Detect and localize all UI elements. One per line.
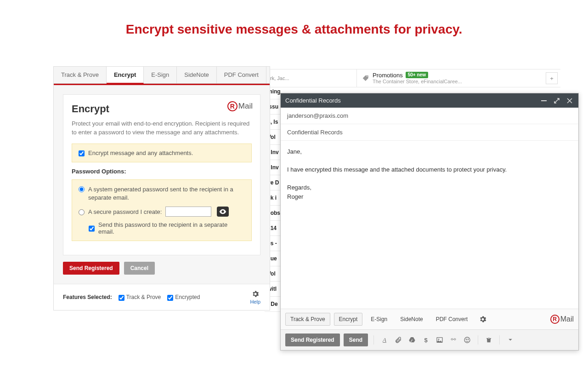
tab-sidenote[interactable]: SideNote <box>177 67 216 83</box>
dollar-icon: $ <box>424 337 427 344</box>
add-category-button[interactable]: + <box>546 72 558 84</box>
toolbar-esign[interactable]: E-Sign <box>366 313 392 325</box>
feature-encrypted: Encrypted <box>167 294 200 301</box>
minimize-button[interactable] <box>540 98 548 104</box>
feature-encrypted-checkbox[interactable] <box>167 295 173 301</box>
divider <box>478 335 478 345</box>
emoji-button[interactable] <box>462 335 472 345</box>
divider <box>373 335 374 345</box>
encrypt-card: R Mail Encrypt Protect your email with e… <box>63 94 260 255</box>
rmail-r-icon-small: R <box>550 315 560 324</box>
password-option-custom[interactable]: A secure password I create: <box>79 207 245 217</box>
gear-icon <box>251 290 260 298</box>
encrypt-option-box: Encrypt message and any attachments. <box>72 144 252 162</box>
to-field[interactable]: janderson@praxis.com <box>281 108 578 124</box>
panel-title: Encrypt <box>72 103 252 115</box>
photo-button[interactable] <box>435 335 445 345</box>
toolbar-track-prove[interactable]: Track & Prove <box>285 313 330 326</box>
rmail-r-icon: R <box>227 101 237 111</box>
body-greeting: Jane, <box>287 147 572 156</box>
inbox-category-bar: work, Jac... Promotions 50+ new The Cont… <box>260 69 560 87</box>
compose-titlebar[interactable]: Confidential Records <box>281 93 578 108</box>
help-label: Help <box>250 299 260 305</box>
svg-point-6 <box>468 339 468 339</box>
category-promotions[interactable]: Promotions 50+ new The Container Store, … <box>356 69 546 87</box>
encrypt-checkbox[interactable] <box>79 150 85 156</box>
expand-icon <box>554 98 560 104</box>
format-icon: A <box>383 336 386 344</box>
help-button[interactable]: Help <box>250 290 260 305</box>
divider <box>499 335 500 345</box>
features-selected-bar: Features Selected: Track & Prove Encrypt… <box>54 284 270 310</box>
radio-system-password[interactable] <box>79 186 85 192</box>
link-icon <box>449 337 458 343</box>
compose-send-bar: Send Registered Send A $ <box>281 329 578 350</box>
drive-button[interactable] <box>407 335 417 345</box>
send-password-checkbox[interactable] <box>89 222 95 235</box>
minimize-icon <box>541 100 547 101</box>
toolbar-sidenote[interactable]: SideNote <box>396 313 427 325</box>
svg-rect-1 <box>541 100 547 101</box>
panel-tabs: Track & Prove Encrypt E-Sign SideNote PD… <box>54 67 270 84</box>
category-social-partial: work, Jac... <box>260 75 356 81</box>
tab-encrypt[interactable]: Encrypt <box>107 67 144 84</box>
more-options-button[interactable] <box>505 335 515 345</box>
rmail-text-small: Mail <box>560 315 574 323</box>
show-password-button[interactable] <box>217 207 229 217</box>
trash-icon <box>486 336 492 344</box>
emoji-icon <box>464 336 471 344</box>
password-option-system[interactable]: A system generated password sent to the … <box>79 185 245 202</box>
tag-icon <box>362 75 369 82</box>
paperclip-icon <box>395 336 402 344</box>
svg-point-5 <box>466 339 466 339</box>
toolbar-encrypt[interactable]: Encrypt <box>334 313 363 326</box>
radio-custom-password[interactable] <box>79 209 85 215</box>
discard-button[interactable] <box>484 335 494 345</box>
feature-track-checkbox[interactable] <box>119 295 124 301</box>
send-password-separate-row[interactable]: Send this password to the recipient in a… <box>89 221 245 235</box>
send-registered-button-compose[interactable]: Send Registered <box>285 334 340 346</box>
rmail-logo-small: R Mail <box>550 315 574 324</box>
feature-encrypted-label: Encrypted <box>175 294 200 300</box>
cancel-button[interactable]: Cancel <box>124 262 155 275</box>
drive-icon <box>408 336 416 344</box>
formatting-button[interactable]: A <box>379 335 390 345</box>
close-button[interactable] <box>565 98 574 104</box>
body-signature: Roger <box>287 192 572 201</box>
features-label: Features Selected: <box>63 294 112 300</box>
image-icon <box>436 336 443 344</box>
rmail-logo-text: Mail <box>238 102 253 111</box>
page-headline: Encrypt sensitive messages & attachments… <box>0 22 588 37</box>
send-button[interactable]: Send <box>344 334 368 346</box>
encrypt-checkbox-label: Encrypt message and any attachments. <box>88 150 193 156</box>
rmail-options-panel: Track & Prove Encrypt E-Sign SideNote PD… <box>53 66 270 310</box>
eye-icon <box>219 209 226 214</box>
send-password-label: Send this password to the recipient in a… <box>98 221 245 235</box>
toolbar-gear-icon[interactable] <box>479 315 487 323</box>
money-button[interactable]: $ <box>421 335 431 345</box>
radio-system-label: A system generated password sent to the … <box>88 185 245 202</box>
link-button[interactable] <box>448 335 458 345</box>
attach-button[interactable] <box>393 335 403 345</box>
svg-point-0 <box>367 76 368 77</box>
body-regards: Regards, <box>287 183 572 192</box>
svg-point-4 <box>464 337 470 343</box>
subject-field[interactable]: Confidential Records <box>281 124 578 141</box>
tab-esign[interactable]: E-Sign <box>144 67 177 83</box>
maximize-button[interactable] <box>553 98 561 104</box>
tab-track-prove[interactable]: Track & Prove <box>54 67 107 83</box>
send-registered-button[interactable]: Send Registered <box>63 262 119 275</box>
custom-password-input[interactable] <box>165 207 211 217</box>
tab-pdf-convert[interactable]: PDF Convert <box>217 67 266 83</box>
compose-window-title: Confidential Records <box>285 97 535 104</box>
message-body[interactable]: Jane, I have encrypted this message and … <box>281 141 578 309</box>
chevron-down-icon <box>508 339 513 341</box>
body-line: I have encrypted this message and the at… <box>287 165 572 174</box>
panel-description: Protect your email with end-to-end encry… <box>72 120 252 137</box>
toolbar-pdf-convert[interactable]: PDF Convert <box>431 313 472 325</box>
promotions-count-badge: 50+ new <box>406 72 428 78</box>
encrypt-checkbox-row[interactable]: Encrypt message and any attachments. <box>79 150 245 156</box>
rmail-compose-toolbar: Track & Prove Encrypt E-Sign SideNote PD… <box>281 309 578 329</box>
close-icon <box>567 98 572 104</box>
password-options-box: A system generated password sent to the … <box>72 179 252 241</box>
